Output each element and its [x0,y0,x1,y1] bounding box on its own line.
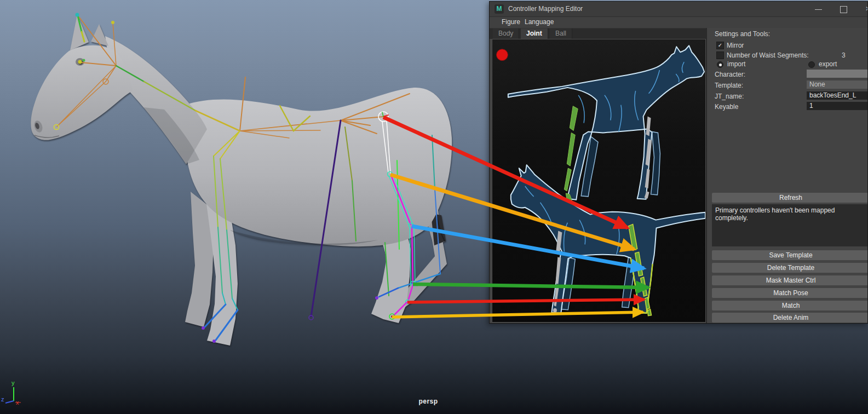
keyable-field[interactable]: 1 [807,102,868,110]
minimize-icon [815,9,822,10]
horse-silhouettes [492,39,705,322]
window-title: Controller Mapping Editor [508,5,583,13]
match-button[interactable]: Match [712,301,868,311]
axis-gizmo: y z x [1,380,21,406]
import-radio[interactable] [717,61,723,68]
settings-panel: Settings and Tools: ✓ Mirror Number of W… [706,28,868,324]
mapping-canvas[interactable] [492,39,706,323]
camera-label: persp [412,398,445,405]
maya-viewport: y z x persp M Controller Mapping Editor … [0,0,868,414]
silhouette-horse-bottom[interactable] [511,165,705,316]
minimize-button[interactable] [809,2,828,16]
match-pose-button[interactable]: Match Pose [712,288,868,298]
export-radio[interactable] [808,61,815,68]
mapping-status-message: Primary controllers haven't been mapped … [712,204,868,246]
check-icon: ✓ [718,42,722,48]
maximize-button[interactable] [834,2,853,16]
waist-segments-checkbox[interactable] [716,51,724,59]
maya-app-icon: M [495,4,504,14]
axis-z-label: z [1,396,4,403]
panel-heading: Settings and Tools: [715,30,770,38]
delete-anim-button[interactable]: Delete Anim [712,313,868,323]
tab-joint[interactable]: Joint [521,28,548,39]
import-label: import [727,60,745,68]
character-field[interactable] [807,70,868,78]
maximize-icon [840,6,847,13]
menu-language[interactable]: Language [525,18,554,26]
jt-name-label: JT_name: [715,93,744,100]
delete-template-button[interactable]: Delete Template [712,263,868,273]
radio-dot-icon [719,64,722,66]
keyable-label: Keyable [715,103,738,111]
character-label: Character: [715,71,745,78]
save-template-button[interactable]: Save Template [712,250,868,260]
axis-y-label: y [12,380,15,386]
jt-name-field[interactable]: backToesEnd_L [807,91,868,100]
mask-master-ctrl-button[interactable]: Mask Master Ctrl [712,275,868,285]
menu-figure[interactable]: Figure [502,18,520,26]
tab-ball[interactable]: Ball [550,28,572,39]
mirror-checkbox[interactable]: ✓ [716,42,724,49]
mirror-label: Mirror [727,42,744,49]
record-indicator[interactable] [496,49,508,61]
template-field[interactable]: None [807,81,868,89]
refresh-button[interactable]: Refresh [712,193,868,203]
close-button[interactable]: ✕ [859,2,868,16]
tab-strip: Body Joint Ball [490,28,706,39]
controller-mapping-editor-window[interactable]: M Controller Mapping Editor ✕ Figure Lan… [489,1,868,324]
menubar: Figure Language [490,17,867,28]
template-label: Template: [715,82,743,89]
window-titlebar[interactable]: M Controller Mapping Editor ✕ [490,2,867,17]
export-label: export [819,60,837,68]
waist-segments-label: Number of Waist Segments: [727,51,809,59]
waist-segments-value[interactable]: 3 [842,51,846,59]
tab-body[interactable]: Body [493,28,519,39]
